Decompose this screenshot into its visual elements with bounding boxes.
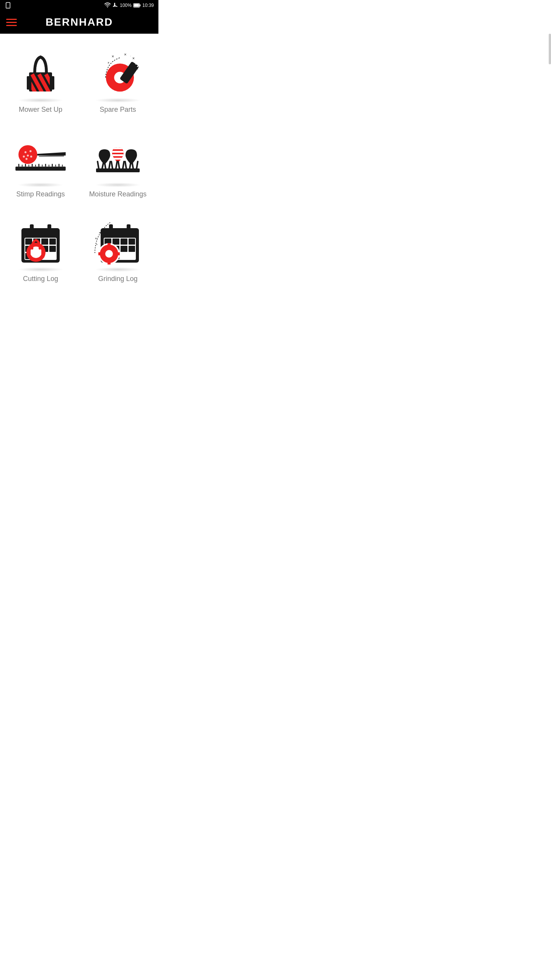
cutting-log-icon-wrapper <box>10 217 71 270</box>
mower-set-up-label: Mower Set Up <box>19 106 62 114</box>
svg-text:·: · <box>101 239 102 242</box>
svg-text:×: × <box>132 56 135 60</box>
svg-line-62 <box>118 162 119 168</box>
svg-rect-4 <box>134 4 139 7</box>
svg-rect-69 <box>30 224 34 232</box>
cutting-log-item[interactable]: Cutting Log <box>4 211 77 287</box>
status-right: 100% 10:39 <box>104 2 154 8</box>
svg-line-18 <box>137 63 142 67</box>
svg-point-103 <box>105 250 113 258</box>
svg-line-60 <box>111 162 112 168</box>
svg-rect-51 <box>112 147 124 149</box>
svg-text:×: × <box>108 61 109 65</box>
moisture-readings-icon <box>91 134 145 184</box>
svg-rect-54 <box>112 158 124 160</box>
svg-rect-79 <box>49 246 56 252</box>
svg-text:·: · <box>130 55 131 57</box>
svg-rect-93 <box>121 238 127 245</box>
app-header: BERNHARD <box>0 11 158 34</box>
spare-parts-label: Spare Parts <box>99 106 136 114</box>
cutting-log-label: Cutting Log <box>23 275 58 283</box>
svg-text:×: × <box>96 243 98 246</box>
moisture-readings-item[interactable]: Moisture Readings <box>81 126 155 203</box>
grinding-log-item[interactable]: × × × × · Grinding Log <box>81 211 155 287</box>
stimp-readings-icon <box>14 134 67 184</box>
svg-rect-107 <box>117 252 120 255</box>
svg-line-61 <box>116 162 117 168</box>
svg-rect-89 <box>127 224 130 232</box>
grinding-log-icon: × × × × · <box>91 219 145 268</box>
svg-line-57 <box>102 162 104 168</box>
svg-rect-72 <box>25 238 32 245</box>
svg-rect-106 <box>98 252 101 255</box>
moisture-readings-icon-wrapper <box>87 132 148 186</box>
svg-rect-98 <box>129 246 135 252</box>
battery-text: 100% <box>120 3 132 8</box>
svg-rect-94 <box>129 238 135 245</box>
mower-set-up-item[interactable]: Mower Set Up <box>4 41 77 118</box>
svg-point-2 <box>107 7 108 8</box>
svg-line-56 <box>98 162 99 168</box>
svg-rect-13 <box>50 76 54 90</box>
stimp-readings-shadow <box>18 183 64 187</box>
stimp-readings-label: Stimp Readings <box>16 190 65 198</box>
svg-rect-12 <box>27 76 31 90</box>
svg-text:×: × <box>112 54 114 59</box>
svg-line-17 <box>135 60 140 64</box>
moisture-readings-shadow <box>95 183 141 187</box>
svg-line-64 <box>125 162 126 168</box>
svg-rect-88 <box>109 224 113 232</box>
svg-point-33 <box>26 158 28 160</box>
grinding-log-icon-wrapper: × × × × · <box>87 217 148 270</box>
battery-icon <box>133 3 141 8</box>
cutting-log-shadow <box>18 267 64 272</box>
svg-text:×: × <box>136 67 138 71</box>
svg-rect-53 <box>112 154 124 156</box>
svg-rect-104 <box>108 243 111 246</box>
status-bar: 100% 10:39 <box>0 0 158 11</box>
svg-point-30 <box>27 155 29 157</box>
svg-rect-52 <box>112 151 124 153</box>
time-display: 10:39 <box>142 3 154 8</box>
spare-parts-icon: × × × × × · · · <box>91 49 145 99</box>
svg-rect-105 <box>108 261 111 265</box>
svg-rect-86 <box>41 248 44 258</box>
svg-text:·: · <box>109 68 110 70</box>
mower-set-up-icon-wrapper <box>10 47 71 101</box>
svg-rect-36 <box>15 167 65 171</box>
svg-line-59 <box>109 162 110 168</box>
svg-rect-92 <box>112 238 119 245</box>
svg-line-63 <box>123 162 124 168</box>
svg-point-84 <box>32 248 40 256</box>
spare-parts-shadow <box>95 98 141 103</box>
svg-rect-97 <box>121 246 127 252</box>
brand-logo: BERNHARD <box>46 16 113 28</box>
mower-setup-shadow <box>18 98 64 103</box>
svg-rect-74 <box>41 238 48 245</box>
spare-parts-icon-wrapper: × × × × × · · · <box>87 47 148 101</box>
svg-rect-75 <box>49 238 56 245</box>
feature-grid: Mower Set Up × × × × <box>4 41 155 287</box>
svg-rect-85 <box>28 248 31 258</box>
main-content: Mower Set Up × × × × <box>0 34 158 295</box>
phone-icon <box>5 2 11 9</box>
moisture-readings-label: Moisture Readings <box>89 190 147 198</box>
svg-rect-70 <box>47 224 51 232</box>
svg-text:×: × <box>95 237 97 240</box>
spare-parts-item[interactable]: × × × × × · · · Spare Parts <box>81 41 155 118</box>
cutting-log-icon <box>16 219 65 268</box>
mower-set-up-icon <box>16 51 65 97</box>
status-left <box>5 2 11 9</box>
svg-text:×: × <box>124 52 126 57</box>
svg-line-67 <box>137 162 138 168</box>
stimp-readings-icon-wrapper <box>10 132 71 186</box>
grinding-log-shadow <box>95 267 141 272</box>
stimp-readings-item[interactable]: Stimp Readings <box>4 126 77 203</box>
svg-point-29 <box>29 150 31 152</box>
svg-point-32 <box>30 155 32 157</box>
airplane-icon <box>112 2 118 8</box>
grinding-log-label: Grinding Log <box>98 275 137 283</box>
svg-point-31 <box>23 155 25 157</box>
svg-rect-5 <box>140 5 140 7</box>
hamburger-menu[interactable] <box>6 19 17 26</box>
